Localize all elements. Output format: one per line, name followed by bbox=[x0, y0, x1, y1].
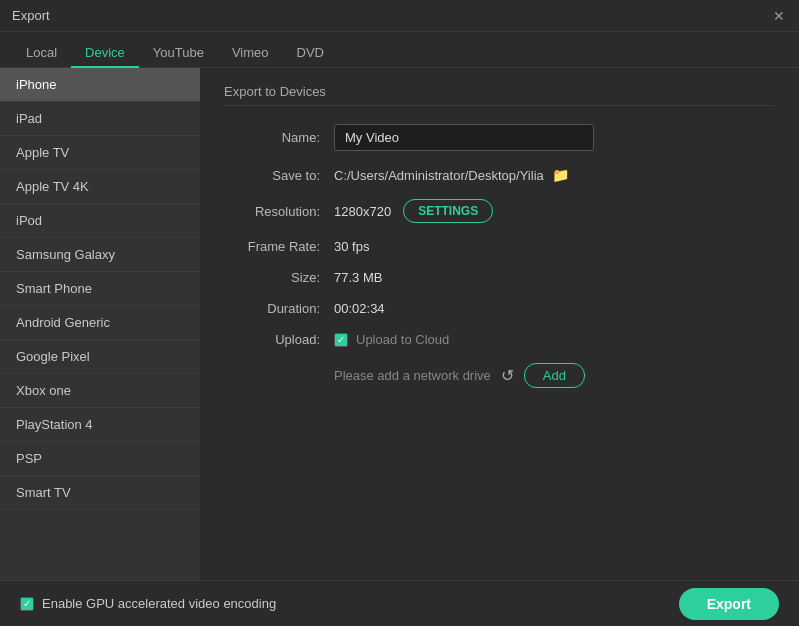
sidebar-item-ipod[interactable]: iPod bbox=[0, 204, 200, 238]
right-panel: Export to Devices Name: Save to: C:/User… bbox=[200, 68, 799, 580]
export-window: Export ✕ Local Device YouTube Vimeo DVD … bbox=[0, 0, 799, 626]
size-value: 77.3 MB bbox=[334, 270, 382, 285]
folder-icon[interactable]: 📁 bbox=[552, 167, 569, 183]
resolution-value: 1280x720 bbox=[334, 204, 391, 219]
tab-dvd[interactable]: DVD bbox=[283, 39, 338, 68]
save-path-text: C:/Users/Administrator/Desktop/Yilia bbox=[334, 168, 544, 183]
gpu-checkbox[interactable] bbox=[20, 597, 34, 611]
save-to-label: Save to: bbox=[224, 168, 334, 183]
frame-rate-row: Frame Rate: 30 fps bbox=[224, 239, 775, 254]
name-row: Name: bbox=[224, 124, 775, 151]
sidebar-item-psp[interactable]: PSP bbox=[0, 442, 200, 476]
sidebar-item-apple-tv[interactable]: Apple TV bbox=[0, 136, 200, 170]
sidebar-item-samsung-galaxy[interactable]: Samsung Galaxy bbox=[0, 238, 200, 272]
resolution-label: Resolution: bbox=[224, 204, 334, 219]
section-title: Export to Devices bbox=[224, 84, 775, 106]
name-input[interactable] bbox=[334, 124, 594, 151]
upload-cloud-checkbox[interactable] bbox=[334, 333, 348, 347]
network-drive-row: Please add a network drive ↺ Add bbox=[334, 363, 775, 388]
tab-bar: Local Device YouTube Vimeo DVD bbox=[0, 32, 799, 68]
frame-rate-label: Frame Rate: bbox=[224, 239, 334, 254]
footer: Enable GPU accelerated video encoding Ex… bbox=[0, 580, 799, 626]
network-drive-text: Please add a network drive bbox=[334, 368, 491, 383]
main-content: iPhone iPad Apple TV Apple TV 4K iPod Sa… bbox=[0, 68, 799, 580]
sidebar-item-playstation-4[interactable]: PlayStation 4 bbox=[0, 408, 200, 442]
sidebar-item-apple-tv-4k[interactable]: Apple TV 4K bbox=[0, 170, 200, 204]
resolution-row: Resolution: 1280x720 SETTINGS bbox=[224, 199, 775, 223]
refresh-icon[interactable]: ↺ bbox=[501, 366, 514, 385]
gpu-row: Enable GPU accelerated video encoding bbox=[20, 596, 276, 611]
sidebar-item-google-pixel[interactable]: Google Pixel bbox=[0, 340, 200, 374]
device-sidebar: iPhone iPad Apple TV Apple TV 4K iPod Sa… bbox=[0, 68, 200, 580]
duration-value: 00:02:34 bbox=[334, 301, 385, 316]
tab-vimeo[interactable]: Vimeo bbox=[218, 39, 283, 68]
path-row: C:/Users/Administrator/Desktop/Yilia 📁 bbox=[334, 167, 569, 183]
frame-rate-value: 30 fps bbox=[334, 239, 369, 254]
upload-label: Upload: bbox=[224, 332, 334, 347]
upload-cloud-row: Upload to Cloud bbox=[334, 332, 449, 347]
sidebar-item-iphone[interactable]: iPhone bbox=[0, 68, 200, 102]
name-label: Name: bbox=[224, 130, 334, 145]
size-label: Size: bbox=[224, 270, 334, 285]
tab-local[interactable]: Local bbox=[12, 39, 71, 68]
tab-device[interactable]: Device bbox=[71, 39, 139, 68]
window-title: Export bbox=[12, 8, 50, 23]
upload-cloud-label: Upload to Cloud bbox=[356, 332, 449, 347]
settings-button[interactable]: SETTINGS bbox=[403, 199, 493, 223]
save-to-row: Save to: C:/Users/Administrator/Desktop/… bbox=[224, 167, 775, 183]
upload-row: Upload: Upload to Cloud bbox=[224, 332, 775, 347]
sidebar-item-android-generic[interactable]: Android Generic bbox=[0, 306, 200, 340]
duration-row: Duration: 00:02:34 bbox=[224, 301, 775, 316]
export-button[interactable]: Export bbox=[679, 588, 779, 620]
sidebar-item-ipad[interactable]: iPad bbox=[0, 102, 200, 136]
sidebar-item-smart-tv[interactable]: Smart TV bbox=[0, 476, 200, 510]
title-bar: Export ✕ bbox=[0, 0, 799, 32]
add-button[interactable]: Add bbox=[524, 363, 585, 388]
size-row: Size: 77.3 MB bbox=[224, 270, 775, 285]
tab-youtube[interactable]: YouTube bbox=[139, 39, 218, 68]
sidebar-item-xbox-one[interactable]: Xbox one bbox=[0, 374, 200, 408]
close-button[interactable]: ✕ bbox=[771, 8, 787, 24]
sidebar-item-smart-phone[interactable]: Smart Phone bbox=[0, 272, 200, 306]
duration-label: Duration: bbox=[224, 301, 334, 316]
gpu-label: Enable GPU accelerated video encoding bbox=[42, 596, 276, 611]
